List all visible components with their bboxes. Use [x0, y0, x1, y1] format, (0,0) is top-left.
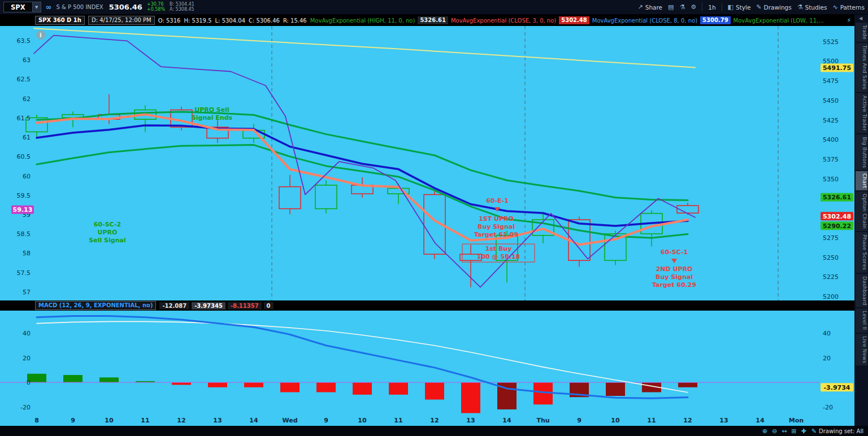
chart-annotation[interactable]: 2ND UPROBuy SignalTarget 60.29 [652, 265, 696, 289]
svg-text:5491.75: 5491.75 [823, 64, 851, 72]
ema-close-8-line [37, 125, 688, 226]
symbol-description: S & P 500 INDEX [56, 4, 103, 10]
side-tab-option-chain[interactable]: Option Chain [856, 191, 867, 231]
study-label[interactable]: MovAvgExponential (CLOSE, 3, 0, no) [451, 18, 556, 24]
chart-annotation[interactable]: 60-E-1 [486, 197, 509, 204]
price-change: +30.76 +0.58% [147, 2, 165, 12]
candle [568, 220, 590, 260]
time-axis-label: 14 [756, 417, 764, 424]
candle [315, 185, 337, 209]
macd-histogram-bar [606, 382, 625, 396]
patterns-label: Patterns [840, 4, 865, 11]
side-tab-chart[interactable]: Chart [856, 171, 867, 190]
time-axis-label: 8 [34, 417, 39, 424]
settings-button[interactable]: ⚙ [691, 3, 696, 11]
macd-axis-label: 40 [823, 330, 831, 337]
timeframe-button[interactable]: 1h [708, 4, 715, 11]
side-tab-times-and-sales[interactable]: Times And Sales [856, 43, 867, 91]
right-sidebar-tabs: ◀ TradeTimes And SalesActive TraderBig B… [854, 15, 868, 426]
time-axis-label: 14 [249, 417, 258, 424]
chart-zoom-controls: ⊕⊖↔⊞✚ [762, 428, 806, 435]
study-label[interactable]: MovAvgExponential (LOW, 11,... [734, 18, 824, 24]
fit-chart-icon[interactable]: ⊞ [791, 428, 796, 435]
macd-header: MACD (12, 26, 9, EXPONENTIAL, no) -12.08… [0, 300, 854, 311]
chart-annotation[interactable]: UPRO SellSignal Ends [192, 106, 233, 121]
macd-axis-label: -20 [20, 404, 31, 411]
time-axis[interactable]: 891011121314Wed91011121314Thu91011121314… [0, 416, 854, 426]
time-axis-label: 9 [71, 417, 75, 424]
macd-histogram-bar [63, 375, 83, 382]
right-axis-label: 5425 [823, 117, 839, 124]
zoom-in-icon[interactable]: ⊕ [762, 428, 767, 435]
svg-text:5326.61: 5326.61 [823, 194, 851, 201]
time-axis-label: 9 [324, 417, 328, 424]
study-value-chip: 5300.79 [700, 16, 731, 24]
macd-axis-label: 40 [23, 330, 31, 337]
analyze-button[interactable]: ⚗ [679, 3, 685, 11]
left-axis-label: 59.5 [17, 192, 31, 199]
sidebar-collapse-icon[interactable]: ◀ [859, 16, 862, 21]
right-axis-label: 5350 [823, 176, 839, 183]
left-axis-label: 60.5 [17, 153, 31, 160]
side-tab-big-buttons[interactable]: Big Buttons [856, 134, 867, 170]
candles[interactable] [26, 94, 698, 287]
macd-chart[interactable]: 40200-204020-20-3.9734 [0, 311, 854, 416]
study-label[interactable]: MovAvgExponential (CLOSE, 8, 0, no) [592, 18, 697, 24]
side-tab-active-trader[interactable]: Active Trader [856, 93, 867, 133]
chart-area: SPX 360 D 1h D: 4/17/25, 12:00 PM O: 531… [0, 15, 854, 426]
time-axis-label: 10 [611, 417, 619, 424]
time-axis-label: 13 [466, 417, 475, 424]
patterns-button[interactable]: ∿Patterns [833, 3, 865, 11]
price-chart[interactable]: UPRO SellSignal Ends60-SC-2UPROSell Sign… [0, 26, 854, 300]
drawing-set-label: Drawing set: All [819, 428, 863, 434]
chart-annotation[interactable]: 60-SC-1 [661, 248, 688, 256]
price-bubble: 5491.75 [821, 63, 853, 72]
symbol-dropdown-icon[interactable]: ▼ [32, 2, 41, 12]
drawings-label: Drawings [764, 4, 792, 11]
left-axis-label: 63 [23, 56, 31, 64]
chart-annotation[interactable]: 60-SC-2UPROSell Signal [89, 221, 125, 244]
side-tab-phase-scores[interactable]: Phase Scores [856, 232, 867, 272]
right-axis-label: 5375 [823, 156, 839, 163]
symbol-input[interactable]: SPX ▼ [3, 2, 41, 12]
side-tab-level-ii[interactable]: Level II [856, 308, 867, 332]
info-icon[interactable]: i [36, 30, 45, 40]
drawing-set-status[interactable]: ✎ Drawing set: All [811, 428, 863, 435]
macd-chart-canvas[interactable]: 40200-204020-20-3.9734 [0, 311, 854, 416]
link-icon[interactable]: ∞ [46, 3, 52, 11]
share-button[interactable]: ↗Share [638, 3, 663, 11]
top-toolbar: SPX ▼ ∞ S & P 500 INDEX 5306.46 +30.76 +… [0, 0, 868, 15]
price-bubble: 5326.61 [821, 193, 853, 202]
patterns-icon: ∿ [833, 3, 838, 11]
price-chart-canvas[interactable]: UPRO SellSignal Ends60-SC-2UPROSell Sign… [0, 26, 854, 300]
low-value: L: 5304.04 [215, 18, 245, 24]
zoom-out-icon[interactable]: ⊖ [772, 428, 777, 435]
chart-annotation[interactable]: 1ST UPROBuy SignalTarget 61.09 [474, 215, 518, 238]
macd-value-chip: -3.97345 [192, 302, 225, 309]
crosshair-icon[interactable]: ✚ [801, 428, 806, 435]
macd-histogram-bar [172, 382, 191, 385]
time-axis-label: 14 [502, 417, 511, 424]
candle [605, 234, 626, 260]
zigzag-line [34, 36, 695, 287]
side-tab-live-news[interactable]: Live News [856, 334, 867, 365]
time-axis-label: 10 [105, 417, 113, 424]
report-icon: ▤ [668, 3, 674, 11]
macd-study-label[interactable]: MACD (12, 26, 9, EXPONENTIAL, no) [35, 301, 156, 310]
time-axis-label: 9 [577, 417, 581, 424]
macd-axis-label: 20 [823, 355, 831, 362]
right-axis-label: 5225 [823, 273, 839, 281]
chart-title[interactable]: SPX 360 D 1h [35, 16, 85, 25]
study-label[interactable]: MovAvgExponential (HIGH, 11, 0, no) [310, 18, 415, 24]
drawings-button[interactable]: ✎Drawings [756, 3, 791, 11]
style-button[interactable]: ◧Style [728, 3, 751, 11]
studies-button[interactable]: ⚗Studies [797, 3, 827, 11]
header-tool-icon[interactable]: ⚡ [847, 17, 851, 24]
pan-icon[interactable]: ↔ [782, 428, 787, 435]
style-icon: ◧ [728, 3, 734, 11]
report-button[interactable]: ▤ [668, 3, 674, 11]
side-tab-trade[interactable]: Trade [856, 23, 867, 42]
bid-ask: B: 5304.41 A: 5308.45 [170, 2, 194, 12]
side-tab-dashboard[interactable]: Dashboard [856, 274, 867, 308]
time-axis-label: 11 [647, 417, 656, 424]
